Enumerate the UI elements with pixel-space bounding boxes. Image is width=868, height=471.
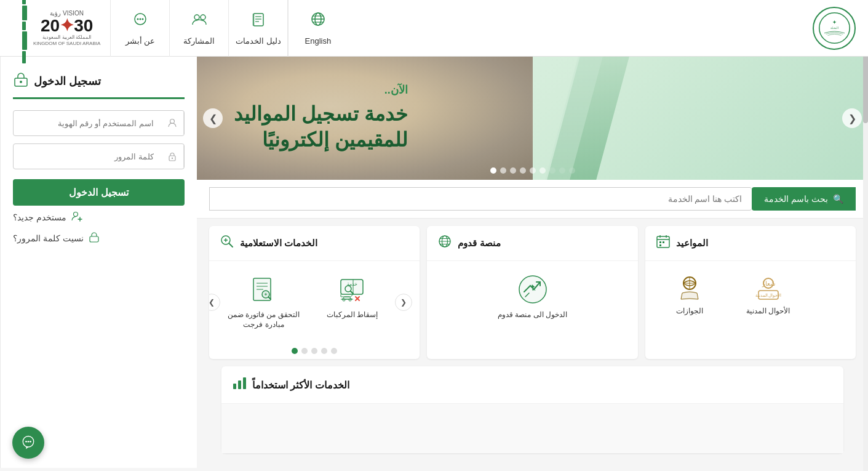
svg-point-15 xyxy=(139,18,141,20)
username-wrapper xyxy=(13,110,185,136)
svg-text:شعار: شعار xyxy=(761,280,774,288)
forgot-password-label: نسيت كلمة المرور؟ xyxy=(13,233,84,243)
lock-icon xyxy=(161,144,184,169)
bar-chart-icon xyxy=(231,375,247,395)
search-mag-icon xyxy=(219,233,235,253)
participation-label: المشاركة xyxy=(183,36,215,46)
inquiry-dot-3[interactable] xyxy=(311,348,317,354)
hero-slide: الآن.. خدمة تسجيل المواليد للمقيمين إلكت… xyxy=(197,57,868,180)
svg-rect-6 xyxy=(253,14,263,26)
login-button[interactable]: تسجيل الدخول xyxy=(13,179,185,206)
svg-line-38 xyxy=(229,244,233,248)
new-user-label: مستخدم جديد؟ xyxy=(13,212,66,222)
login-icon xyxy=(13,71,29,91)
services-grid: المواعيد xyxy=(197,219,868,366)
search-icon: 🔍 xyxy=(833,194,843,204)
username-input[interactable] xyxy=(14,113,161,134)
login-sidebar: تسجيل الدخول xyxy=(0,57,197,468)
svg-rect-60 xyxy=(243,377,246,389)
civil-affairs-label: الأحوال المدنية xyxy=(746,307,790,316)
appointments-body: شعار الأحوال المدنية الأحوال المدنية xyxy=(645,261,856,329)
main-container: الآن.. خدمة تسجيل المواليد للمقيمين إلكت… xyxy=(0,57,868,468)
absher-label: عن أبشر xyxy=(125,36,156,46)
vision-logo: رؤية VISION 20✦30 المملكة العربية السعود… xyxy=(12,0,111,57)
most-used-header: الخدمات الأكثر استخداماً xyxy=(221,366,843,404)
inquiry-vehicle[interactable]: خدمة xyxy=(309,268,395,336)
invoice-label: التحقق من فاتورة ضمن مبادرة فرجت xyxy=(225,310,301,329)
svg-rect-10 xyxy=(252,14,255,26)
new-user-icon xyxy=(71,211,82,224)
arrival-card: منصة قدوم xyxy=(427,226,637,359)
arrival-header: منصة قدوم xyxy=(427,226,637,261)
login-form: تسجيل الدخول xyxy=(13,110,185,206)
hero-subtitle: الآن.. xyxy=(234,83,408,97)
inquiry-prev-button[interactable]: ❯ xyxy=(209,294,220,311)
most-used-section: الخدمات الأكثر استخداماً xyxy=(197,366,868,468)
appointments-icon xyxy=(655,233,671,253)
inquiry-items: خدمة xyxy=(220,268,395,336)
svg-point-72 xyxy=(28,441,30,443)
most-used-title: الخدمات الأكثر استخداماً xyxy=(252,379,349,391)
inquiry-dot-5[interactable] xyxy=(292,348,298,354)
svg-point-73 xyxy=(30,441,31,443)
chat-icon xyxy=(132,11,149,33)
hero-slider: الآن.. خدمة تسجيل المواليد للمقيمين إلكت… xyxy=(197,57,868,180)
passports-icon xyxy=(675,273,704,303)
login-links: مستخدم جديد؟ نسيت كلمة المرور؟ xyxy=(13,211,185,245)
login-title-area: تسجيل الدخول xyxy=(13,71,185,99)
svg-point-71 xyxy=(25,441,27,443)
login-title-text: تسجيل الدخول xyxy=(34,74,101,88)
search-bar: 🔍 بحث باسم الخدمة xyxy=(197,180,868,219)
nav-english[interactable]: English xyxy=(288,0,347,57)
inquiry-dots xyxy=(209,343,420,359)
svg-text:✦: ✦ xyxy=(832,20,837,25)
svg-rect-22 xyxy=(663,241,664,243)
search-button[interactable]: 🔍 بحث باسم الخدمة xyxy=(752,187,856,211)
nav-service-guide[interactable]: دليل الخدمات xyxy=(229,0,288,57)
inquiry-header: الخدمات الاستعلامية xyxy=(209,226,420,261)
svg-point-12 xyxy=(201,15,205,20)
new-user-link[interactable]: مستخدم جديد؟ xyxy=(13,211,185,224)
inquiry-card: الخدمات الاستعلامية ❮ xyxy=(209,226,420,359)
header-nav: English دليل الخدمات xyxy=(12,0,347,57)
hero-next-button[interactable]: ❯ xyxy=(203,108,223,128)
header-logo-area: ✦ النخلة xyxy=(813,7,856,50)
inquiry-body: ❮ خدمة xyxy=(209,261,420,343)
english-icon xyxy=(309,11,327,33)
appointments-card: المواعيد xyxy=(645,226,856,359)
svg-rect-58 xyxy=(233,384,236,389)
english-label: English xyxy=(305,36,332,46)
nav-participation[interactable]: المشاركة xyxy=(170,0,229,57)
inquiry-dot-1[interactable] xyxy=(331,348,337,354)
inquiry-next-button[interactable]: ❮ xyxy=(395,294,412,311)
svg-rect-21 xyxy=(659,241,661,243)
inquiry-dot-4[interactable] xyxy=(301,348,308,354)
user-icon xyxy=(161,111,184,135)
chat-support-button[interactable] xyxy=(12,427,44,459)
password-wrapper xyxy=(13,143,185,169)
header: ✦ النخلة English xyxy=(0,0,868,57)
people-icon xyxy=(191,11,208,33)
hero-prev-button[interactable]: ❮ xyxy=(842,108,862,128)
svg-text:الأحوال المدنية: الأحوال المدنية xyxy=(755,292,781,298)
forgot-password-link[interactable]: نسيت كلمة المرور؟ xyxy=(13,231,185,245)
appointments-civil[interactable]: شعار الأحوال المدنية الأحوال المدنية xyxy=(731,268,805,321)
arrival-platform-link[interactable]: الدخول الى منصة قدوم xyxy=(498,273,567,320)
svg-point-62 xyxy=(20,81,22,83)
arrival-title: منصة قدوم xyxy=(458,238,500,249)
svg-rect-69 xyxy=(90,236,98,242)
appointments-passports[interactable]: الجوازات xyxy=(653,268,727,321)
logo: ✦ النخلة xyxy=(813,7,856,50)
inquiry-invoice[interactable]: التحقق من فاتورة ضمن مبادرة فرجت xyxy=(220,268,306,336)
vision-year: 20✦30 xyxy=(33,17,100,34)
nav-absher[interactable]: عن أبشر xyxy=(111,0,170,57)
inquiry-dot-2[interactable] xyxy=(321,348,327,354)
svg-point-16 xyxy=(141,18,143,20)
search-input[interactable] xyxy=(209,187,752,211)
hero-text: الآن.. خدمة تسجيل المواليد للمقيمين إلكت… xyxy=(234,83,408,153)
forgot-password-icon xyxy=(89,231,100,245)
inquiry-title: الخدمات الاستعلامية xyxy=(240,238,317,249)
password-input[interactable] xyxy=(14,146,161,167)
most-used-body xyxy=(221,404,843,453)
appointments-title: المواعيد xyxy=(676,238,708,249)
